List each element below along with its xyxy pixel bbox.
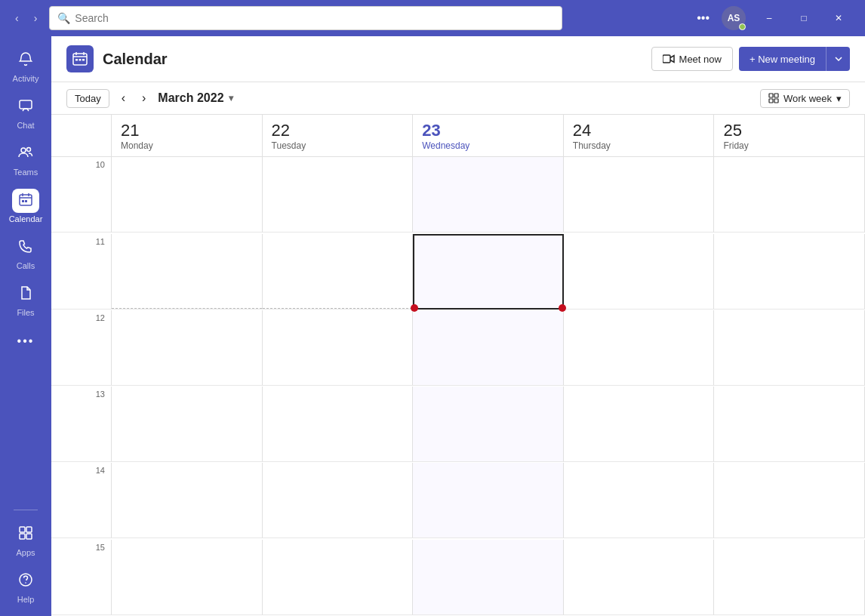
day-number-25: 25 <box>723 121 855 140</box>
cell-11-wed[interactable] <box>413 234 564 310</box>
cell-11-fri[interactable] <box>714 234 865 310</box>
cell-12-wed[interactable] <box>413 310 564 386</box>
files-icon <box>18 285 33 304</box>
day-header-23: 23 Wednesday <box>413 115 564 157</box>
activity-icon <box>18 51 33 70</box>
cell-10-tue[interactable] <box>263 157 414 233</box>
calls-label: Calls <box>17 261 35 270</box>
nav-forward-button[interactable]: › <box>28 9 44 27</box>
svg-rect-20 <box>79 59 82 61</box>
cell-10-thu[interactable] <box>564 157 715 233</box>
svg-rect-21 <box>82 59 85 61</box>
sidebar-item-calls[interactable]: Calls <box>0 229 51 276</box>
minimize-button[interactable]: – <box>752 6 787 30</box>
cell-15-mon[interactable] <box>112 540 263 615</box>
new-meeting-button[interactable]: + New meeting <box>739 47 826 71</box>
cell-10-fri[interactable] <box>714 157 865 233</box>
calendar-grid: 21 Monday 22 Tuesday 23 Wednesday 24 Thu… <box>51 115 865 616</box>
sidebar-divider <box>14 510 38 510</box>
presence-badge <box>739 23 746 30</box>
day-number-24: 24 <box>573 121 705 140</box>
sidebar-item-activity[interactable]: Activity <box>0 42 51 89</box>
next-button[interactable]: › <box>137 88 150 108</box>
teams-label: Teams <box>14 168 38 177</box>
sidebar-item-apps[interactable]: Apps <box>0 516 51 563</box>
cell-13-thu[interactable] <box>564 387 715 462</box>
cell-14-tue[interactable] <box>263 463 414 538</box>
svg-rect-7 <box>22 200 24 202</box>
svg-point-2 <box>27 147 31 151</box>
cell-14-wed[interactable] <box>413 463 564 538</box>
sidebar-item-chat[interactable]: Chat <box>0 89 51 136</box>
cell-12-tue[interactable] <box>263 310 414 386</box>
calendar-header: Calendar Meet now + New meeting <box>51 36 865 82</box>
svg-point-14 <box>25 582 26 584</box>
sidebar-item-help[interactable]: Help <box>0 563 51 610</box>
view-selector[interactable]: Work week ▾ <box>760 89 850 108</box>
day-header-22: 22 Tuesday <box>263 115 414 157</box>
cell-12-mon[interactable] <box>112 310 263 386</box>
day-name-21: Monday <box>121 140 253 151</box>
cell-14-thu[interactable] <box>564 463 715 538</box>
more-options-button[interactable]: ••• <box>691 8 716 28</box>
teams-icon <box>18 145 33 164</box>
cell-11-mon[interactable] <box>112 234 263 310</box>
svg-rect-24 <box>774 94 778 97</box>
avatar[interactable]: AS <box>722 6 746 30</box>
day-header-21: 21 Monday <box>112 115 263 157</box>
cell-14-fri[interactable] <box>714 463 865 538</box>
day-header-spacer <box>51 115 112 157</box>
sidebar-item-teams[interactable]: Teams <box>0 136 51 183</box>
sidebar: Activity Chat <box>0 36 51 616</box>
today-button[interactable]: Today <box>66 89 109 108</box>
view-label: Work week <box>783 93 832 104</box>
nav-back-button[interactable]: ‹ <box>9 9 25 27</box>
help-icon <box>18 572 33 591</box>
new-meeting-dropdown-button[interactable] <box>826 47 850 71</box>
cell-14-mon[interactable] <box>112 463 263 538</box>
window-controls: – □ ✕ <box>752 6 856 30</box>
day-name-23: Wednesday <box>422 140 554 151</box>
svg-rect-23 <box>769 94 773 97</box>
search-input[interactable] <box>75 12 554 24</box>
svg-rect-9 <box>20 527 25 532</box>
search-icon: 🔍 <box>57 12 70 24</box>
day-name-24: Thursday <box>573 140 705 151</box>
maximize-button[interactable]: □ <box>787 6 821 30</box>
new-meeting-button-wrap: + New meeting <box>739 47 850 71</box>
sidebar-item-files[interactable]: Files <box>0 276 51 323</box>
cell-15-fri[interactable] <box>714 540 865 615</box>
cell-10-wed[interactable] <box>413 157 564 233</box>
prev-button[interactable]: ‹ <box>117 88 130 108</box>
meet-now-button[interactable]: Meet now <box>651 47 733 71</box>
cell-13-fri[interactable] <box>714 387 865 462</box>
help-label: Help <box>17 595 35 604</box>
time-14: 14 <box>51 463 112 538</box>
cell-13-tue[interactable] <box>263 387 414 462</box>
cell-15-wed[interactable] <box>413 540 564 615</box>
cell-13-mon[interactable] <box>112 387 263 462</box>
time-10: 10 <box>51 157 112 233</box>
page-title: Calendar <box>103 51 168 68</box>
sidebar-item-calendar[interactable]: Calendar <box>0 183 51 229</box>
cell-12-thu[interactable] <box>564 310 715 386</box>
chat-icon <box>18 98 33 117</box>
day-header-24: 24 Thursday <box>564 115 715 157</box>
time-15: 15 <box>51 540 112 615</box>
cell-12-fri[interactable] <box>714 310 865 386</box>
main-layout: Activity Chat <box>0 36 865 616</box>
month-display[interactable]: March 2022 ▾ <box>158 91 232 105</box>
cell-11-thu[interactable] <box>564 234 715 310</box>
cell-15-thu[interactable] <box>564 540 715 615</box>
cell-11-tue[interactable] <box>263 234 414 310</box>
svg-rect-12 <box>26 534 32 539</box>
cell-10-mon[interactable] <box>112 157 263 233</box>
calendar-nav-label: Calendar <box>9 214 43 223</box>
close-button[interactable]: ✕ <box>821 6 856 30</box>
sidebar-item-more[interactable]: ••• <box>0 323 51 359</box>
calendar-grid-wrapper[interactable]: 21 Monday 22 Tuesday 23 Wednesday 24 Thu… <box>51 115 865 616</box>
title-bar-actions: ••• AS – □ ✕ <box>691 6 856 30</box>
cell-15-tue[interactable] <box>263 540 414 615</box>
cell-13-wed[interactable] <box>413 387 564 462</box>
calls-icon <box>18 239 33 257</box>
